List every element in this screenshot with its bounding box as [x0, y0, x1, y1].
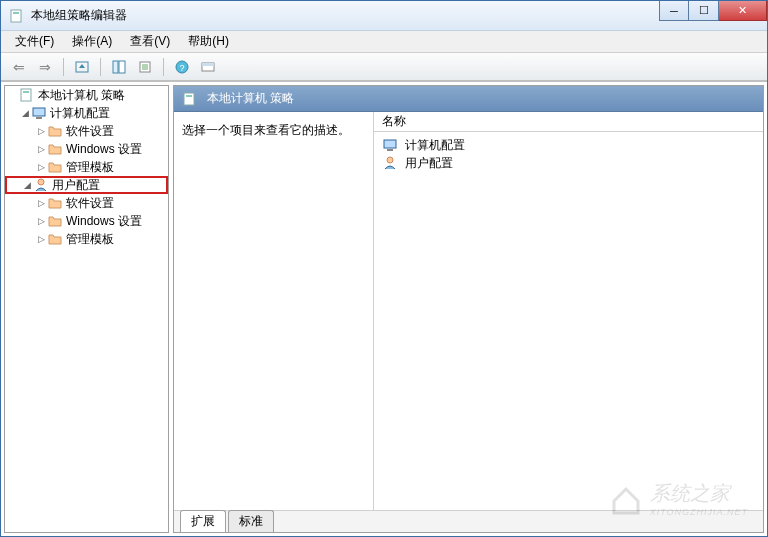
help-button[interactable]: ?: [170, 56, 194, 78]
list-item-computer-config[interactable]: 计算机配置: [378, 136, 759, 154]
svg-rect-11: [23, 91, 29, 93]
folder-icon: [47, 195, 63, 211]
toolbar: ⇐ ⇒ ?: [1, 53, 767, 81]
tab-standard[interactable]: 标准: [228, 510, 274, 532]
computer-icon: [31, 105, 47, 121]
help-icon: ?: [174, 59, 190, 75]
tree-label: 本地计算机 策略: [38, 87, 125, 104]
tree-comp-admin[interactable]: ▷ 管理模板: [5, 158, 168, 176]
tree-label: 软件设置: [66, 123, 114, 140]
tree-toggle[interactable]: ▷: [35, 126, 47, 136]
content-area: ▷ 本地计算机 策略 ◢ 计算机配置 ▷ 软件设置 ▷ Windows 设置 ▷: [1, 81, 767, 536]
window-frame: 本地组策略编辑器 ─ ☐ ✕ 文件(F) 操作(A) 查看(V) 帮助(H) ⇐…: [0, 0, 768, 537]
up-icon: [74, 59, 90, 75]
column-header-name[interactable]: 名称: [374, 112, 763, 132]
svg-point-14: [38, 179, 44, 185]
menu-help[interactable]: 帮助(H): [180, 31, 237, 52]
menu-file[interactable]: 文件(F): [7, 31, 62, 52]
svg-rect-9: [202, 63, 214, 66]
svg-rect-15: [184, 93, 194, 105]
user-icon: [33, 177, 49, 193]
tree-toggle[interactable]: ▷: [35, 234, 47, 244]
list-items: 计算机配置 用户配置: [374, 132, 763, 176]
tree-toggle[interactable]: ▷: [35, 162, 47, 172]
tree-toggle[interactable]: ▷: [35, 198, 47, 208]
toolbar-separator: [163, 58, 164, 76]
tab-extended[interactable]: 扩展: [180, 510, 226, 532]
list-item-label: 用户配置: [405, 155, 453, 172]
tree-icon: [111, 59, 127, 75]
back-button[interactable]: ⇐: [7, 56, 31, 78]
app-icon: [9, 8, 25, 24]
menu-action[interactable]: 操作(A): [64, 31, 120, 52]
show-hide-tree-button[interactable]: [107, 56, 131, 78]
column-label: 名称: [382, 113, 406, 130]
right-pane-title: 本地计算机 策略: [207, 90, 294, 107]
right-pane: 本地计算机 策略 选择一个项目来查看它的描述。 名称 计算机配置: [173, 85, 764, 533]
list-item-label: 计算机配置: [405, 137, 465, 154]
up-button[interactable]: [70, 56, 94, 78]
view-tabs: 扩展 标准: [174, 510, 763, 532]
right-pane-header: 本地计算机 策略: [174, 86, 763, 112]
tree-comp-windows[interactable]: ▷ Windows 设置: [5, 140, 168, 158]
tree-label: Windows 设置: [66, 213, 142, 230]
toolbar-separator: [100, 58, 101, 76]
menubar: 文件(F) 操作(A) 查看(V) 帮助(H): [1, 31, 767, 53]
export-list-button[interactable]: [133, 56, 157, 78]
tree-label: 管理模板: [66, 159, 114, 176]
folder-icon: [47, 159, 63, 175]
tree-label: Windows 设置: [66, 141, 142, 158]
minimize-button[interactable]: ─: [659, 1, 689, 21]
description-pane: 选择一个项目来查看它的描述。: [174, 112, 374, 510]
policy-icon: [182, 91, 198, 107]
svg-point-19: [387, 157, 393, 163]
user-icon: [382, 155, 398, 171]
arrow-left-icon: ⇐: [13, 59, 25, 75]
folder-icon: [47, 231, 63, 247]
close-button[interactable]: ✕: [719, 1, 767, 21]
titlebar: 本地组策略编辑器 ─ ☐ ✕: [1, 1, 767, 31]
svg-rect-18: [387, 149, 393, 151]
tree-computer-config[interactable]: ◢ 计算机配置: [5, 104, 168, 122]
right-pane-body: 选择一个项目来查看它的描述。 名称 计算机配置 用户配置: [174, 112, 763, 510]
tree-comp-software[interactable]: ▷ 软件设置: [5, 122, 168, 140]
svg-rect-3: [113, 61, 118, 73]
svg-rect-0: [11, 10, 21, 22]
tree-label: 软件设置: [66, 195, 114, 212]
menu-view[interactable]: 查看(V): [122, 31, 178, 52]
details-icon: [200, 59, 216, 75]
tree-toggle[interactable]: ▷: [35, 144, 47, 154]
svg-text:?: ?: [179, 63, 184, 73]
tree-toggle[interactable]: ◢: [19, 108, 31, 118]
policy-icon: [19, 87, 35, 103]
tree-user-windows[interactable]: ▷ Windows 设置: [5, 212, 168, 230]
svg-rect-17: [384, 140, 396, 148]
list-item-user-config[interactable]: 用户配置: [378, 154, 759, 172]
folder-icon: [47, 213, 63, 229]
svg-rect-1: [13, 12, 19, 14]
maximize-button[interactable]: ☐: [689, 1, 719, 21]
tree-label: 计算机配置: [50, 105, 110, 122]
details-button[interactable]: [196, 56, 220, 78]
tree-user-config[interactable]: ◢ 用户配置: [5, 176, 168, 194]
window-controls: ─ ☐ ✕: [659, 1, 767, 21]
forward-button[interactable]: ⇒: [33, 56, 57, 78]
folder-icon: [47, 123, 63, 139]
tree-label: 管理模板: [66, 231, 114, 248]
list-pane: 名称 计算机配置 用户配置: [374, 112, 763, 510]
folder-icon: [47, 141, 63, 157]
svg-rect-16: [186, 95, 192, 97]
tree-label: 用户配置: [52, 177, 100, 194]
list-icon: [137, 59, 153, 75]
tree-user-software[interactable]: ▷ 软件设置: [5, 194, 168, 212]
svg-rect-13: [36, 117, 42, 119]
titlebar-text: 本地组策略编辑器: [31, 7, 127, 24]
tree-user-admin[interactable]: ▷ 管理模板: [5, 230, 168, 248]
computer-icon: [382, 137, 398, 153]
tree-root[interactable]: ▷ 本地计算机 策略: [5, 86, 168, 104]
svg-rect-12: [33, 108, 45, 116]
description-text: 选择一个项目来查看它的描述。: [182, 123, 350, 137]
tree-toggle[interactable]: ◢: [21, 180, 33, 190]
tree-toggle[interactable]: ▷: [35, 216, 47, 226]
toolbar-separator: [63, 58, 64, 76]
